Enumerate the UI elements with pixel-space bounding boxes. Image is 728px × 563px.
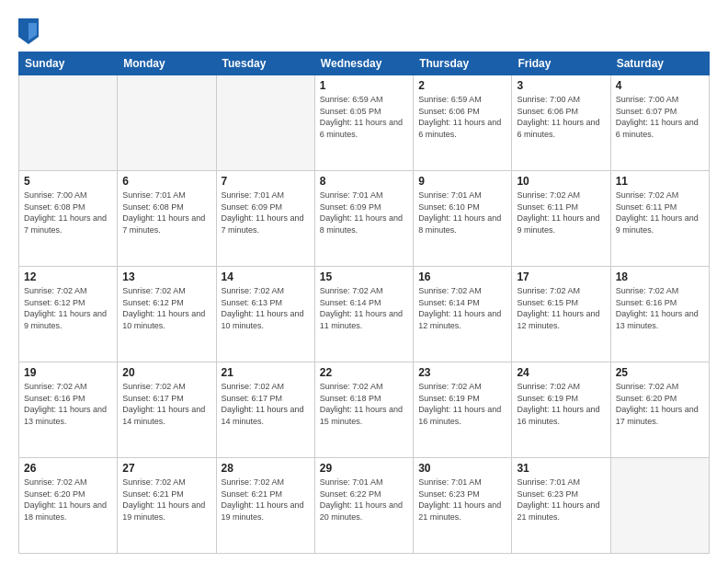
day-number: 9: [418, 175, 506, 188]
day-number: 19: [24, 366, 112, 379]
day-number: 27: [122, 462, 210, 475]
calendar-cell: [19, 75, 118, 171]
day-number: 20: [122, 366, 210, 379]
day-number: 24: [517, 366, 605, 379]
calendar-cell: 23Sunrise: 7:02 AMSunset: 6:19 PMDayligh…: [414, 362, 512, 458]
calendar-cell: 29Sunrise: 7:01 AMSunset: 6:22 PMDayligh…: [314, 458, 413, 554]
day-info: Sunrise: 7:01 AMSunset: 6:10 PMDaylight:…: [418, 190, 506, 236]
day-number: 25: [616, 366, 704, 379]
weekday-header: Monday: [118, 52, 216, 75]
day-info: Sunrise: 7:02 AMSunset: 6:11 PMDaylight:…: [517, 190, 605, 236]
day-info: Sunrise: 7:02 AMSunset: 6:20 PMDaylight:…: [616, 381, 704, 427]
calendar-cell: 14Sunrise: 7:02 AMSunset: 6:13 PMDayligh…: [216, 267, 314, 362]
weekday-header: Wednesday: [314, 52, 413, 75]
calendar-cell: [118, 75, 216, 171]
day-number: 30: [418, 462, 506, 475]
day-number: 29: [320, 462, 408, 475]
day-info: Sunrise: 7:01 AMSunset: 6:23 PMDaylight:…: [517, 477, 605, 523]
calendar-week-row: 5Sunrise: 7:00 AMSunset: 6:08 PMDaylight…: [19, 171, 710, 267]
day-number: 8: [320, 175, 408, 188]
day-info: Sunrise: 7:02 AMSunset: 6:16 PMDaylight:…: [24, 381, 112, 427]
day-number: 22: [320, 366, 408, 379]
weekday-header-row: SundayMondayTuesdayWednesdayThursdayFrid…: [19, 52, 710, 75]
calendar-cell: 9Sunrise: 7:01 AMSunset: 6:10 PMDaylight…: [414, 171, 512, 267]
logo: [18, 18, 41, 44]
day-number: 31: [517, 462, 605, 475]
calendar-cell: 7Sunrise: 7:01 AMSunset: 6:09 PMDaylight…: [216, 171, 314, 267]
day-number: 2: [418, 79, 506, 92]
calendar-cell: 15Sunrise: 7:02 AMSunset: 6:14 PMDayligh…: [314, 267, 413, 362]
weekday-header: Sunday: [19, 52, 118, 75]
calendar-cell: 4Sunrise: 7:00 AMSunset: 6:07 PMDaylight…: [610, 75, 709, 171]
calendar-cell: 10Sunrise: 7:02 AMSunset: 6:11 PMDayligh…: [512, 171, 610, 267]
weekday-header: Friday: [512, 52, 610, 75]
day-number: 15: [320, 270, 408, 283]
calendar-cell: 20Sunrise: 7:02 AMSunset: 6:17 PMDayligh…: [118, 362, 216, 458]
calendar-cell: 28Sunrise: 7:02 AMSunset: 6:21 PMDayligh…: [216, 458, 314, 554]
day-info: Sunrise: 7:02 AMSunset: 6:14 PMDaylight:…: [320, 285, 408, 331]
calendar-cell: 22Sunrise: 7:02 AMSunset: 6:18 PMDayligh…: [314, 362, 413, 458]
day-info: Sunrise: 7:02 AMSunset: 6:17 PMDaylight:…: [222, 381, 310, 427]
day-number: 21: [222, 366, 310, 379]
calendar-week-row: 19Sunrise: 7:02 AMSunset: 6:16 PMDayligh…: [19, 362, 710, 458]
header: [18, 15, 710, 44]
day-number: 18: [616, 270, 704, 283]
calendar-cell: [216, 75, 314, 171]
calendar-cell: 6Sunrise: 7:01 AMSunset: 6:08 PMDaylight…: [118, 171, 216, 267]
weekday-header: Saturday: [610, 52, 709, 75]
calendar-cell: 18Sunrise: 7:02 AMSunset: 6:16 PMDayligh…: [610, 267, 709, 362]
calendar-cell: 11Sunrise: 7:02 AMSunset: 6:11 PMDayligh…: [610, 171, 709, 267]
page: SundayMondayTuesdayWednesdayThursdayFrid…: [0, 0, 728, 563]
calendar-cell: 5Sunrise: 7:00 AMSunset: 6:08 PMDaylight…: [19, 171, 118, 267]
calendar-cell: 31Sunrise: 7:01 AMSunset: 6:23 PMDayligh…: [512, 458, 610, 554]
day-info: Sunrise: 7:02 AMSunset: 6:19 PMDaylight:…: [418, 381, 506, 427]
day-info: Sunrise: 6:59 AMSunset: 6:05 PMDaylight:…: [320, 94, 408, 140]
day-number: 4: [616, 79, 704, 92]
calendar-cell: 21Sunrise: 7:02 AMSunset: 6:17 PMDayligh…: [216, 362, 314, 458]
day-number: 5: [24, 175, 112, 188]
day-info: Sunrise: 7:02 AMSunset: 6:19 PMDaylight:…: [517, 381, 605, 427]
day-number: 11: [616, 175, 704, 188]
day-info: Sunrise: 7:02 AMSunset: 6:18 PMDaylight:…: [320, 381, 408, 427]
day-info: Sunrise: 7:00 AMSunset: 6:07 PMDaylight:…: [616, 94, 704, 140]
day-info: Sunrise: 7:00 AMSunset: 6:06 PMDaylight:…: [517, 94, 605, 140]
weekday-header: Thursday: [414, 52, 512, 75]
calendar-week-row: 1Sunrise: 6:59 AMSunset: 6:05 PMDaylight…: [19, 75, 710, 171]
day-number: 14: [222, 270, 310, 283]
day-info: Sunrise: 7:02 AMSunset: 6:14 PMDaylight:…: [418, 285, 506, 331]
day-number: 23: [418, 366, 506, 379]
logo-icon: [18, 18, 39, 44]
day-info: Sunrise: 7:02 AMSunset: 6:12 PMDaylight:…: [122, 285, 210, 331]
day-number: 13: [122, 270, 210, 283]
day-number: 6: [122, 175, 210, 188]
day-number: 7: [222, 175, 310, 188]
day-number: 12: [24, 270, 112, 283]
day-info: Sunrise: 7:01 AMSunset: 6:09 PMDaylight:…: [222, 190, 310, 236]
day-number: 3: [517, 79, 605, 92]
day-info: Sunrise: 7:02 AMSunset: 6:20 PMDaylight:…: [24, 477, 112, 523]
calendar-cell: [610, 458, 709, 554]
calendar-cell: 3Sunrise: 7:00 AMSunset: 6:06 PMDaylight…: [512, 75, 610, 171]
day-number: 28: [222, 462, 310, 475]
day-info: Sunrise: 7:02 AMSunset: 6:17 PMDaylight:…: [122, 381, 210, 427]
calendar-cell: 25Sunrise: 7:02 AMSunset: 6:20 PMDayligh…: [610, 362, 709, 458]
calendar-week-row: 26Sunrise: 7:02 AMSunset: 6:20 PMDayligh…: [19, 458, 710, 554]
day-info: Sunrise: 7:02 AMSunset: 6:21 PMDaylight:…: [222, 477, 310, 523]
day-info: Sunrise: 7:01 AMSunset: 6:23 PMDaylight:…: [418, 477, 506, 523]
day-number: 10: [517, 175, 605, 188]
day-number: 1: [320, 79, 408, 92]
day-number: 26: [24, 462, 112, 475]
calendar-cell: 26Sunrise: 7:02 AMSunset: 6:20 PMDayligh…: [19, 458, 118, 554]
calendar-week-row: 12Sunrise: 7:02 AMSunset: 6:12 PMDayligh…: [19, 267, 710, 362]
calendar-cell: 17Sunrise: 7:02 AMSunset: 6:15 PMDayligh…: [512, 267, 610, 362]
calendar-cell: 19Sunrise: 7:02 AMSunset: 6:16 PMDayligh…: [19, 362, 118, 458]
calendar-cell: 30Sunrise: 7:01 AMSunset: 6:23 PMDayligh…: [414, 458, 512, 554]
day-info: Sunrise: 7:02 AMSunset: 6:16 PMDaylight:…: [616, 285, 704, 331]
calendar-cell: 2Sunrise: 6:59 AMSunset: 6:06 PMDaylight…: [414, 75, 512, 171]
calendar-cell: 24Sunrise: 7:02 AMSunset: 6:19 PMDayligh…: [512, 362, 610, 458]
day-info: Sunrise: 7:02 AMSunset: 6:13 PMDaylight:…: [222, 285, 310, 331]
calendar-cell: 8Sunrise: 7:01 AMSunset: 6:09 PMDaylight…: [314, 171, 413, 267]
calendar-cell: 27Sunrise: 7:02 AMSunset: 6:21 PMDayligh…: [118, 458, 216, 554]
day-info: Sunrise: 7:02 AMSunset: 6:21 PMDaylight:…: [122, 477, 210, 523]
calendar-cell: 16Sunrise: 7:02 AMSunset: 6:14 PMDayligh…: [414, 267, 512, 362]
